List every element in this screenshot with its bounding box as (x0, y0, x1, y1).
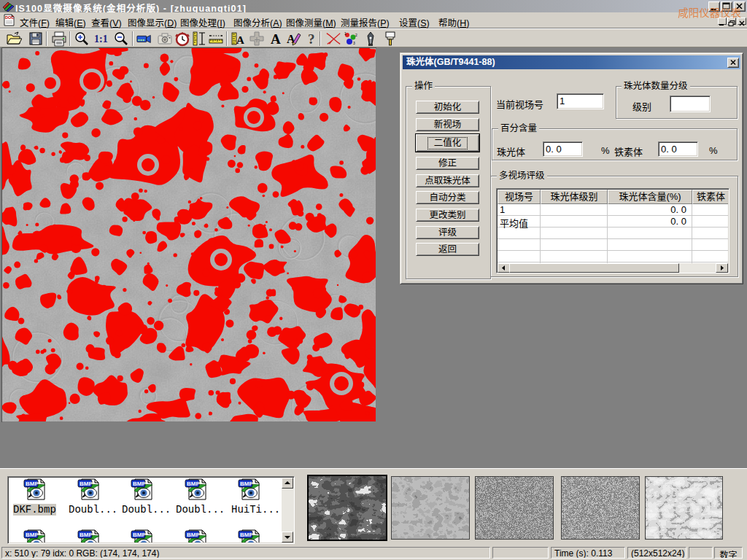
svg-text:1: 1 (344, 31, 347, 36)
svg-text:3: 3 (353, 41, 355, 45)
svg-text:A: A (236, 34, 244, 46)
svg-text:2: 2 (355, 33, 357, 37)
svg-text:BMP: BMP (240, 481, 253, 487)
svg-text:BMP: BMP (133, 481, 146, 487)
svg-text:1:1: 1:1 (94, 34, 108, 44)
svg-text:BMP: BMP (26, 481, 39, 487)
svg-text:?: ? (308, 31, 315, 47)
svg-text:BMP: BMP (80, 481, 93, 487)
svg-text:BMP: BMP (80, 532, 93, 538)
svg-text:BMP: BMP (187, 532, 200, 538)
svg-text:DOC: DOC (5, 15, 14, 20)
svg-text:BMP: BMP (133, 532, 146, 538)
svg-text:A: A (271, 31, 281, 47)
svg-text:BMP: BMP (187, 481, 200, 487)
svg-text:BMP: BMP (26, 532, 39, 538)
svg-text:BMP: BMP (240, 532, 253, 538)
